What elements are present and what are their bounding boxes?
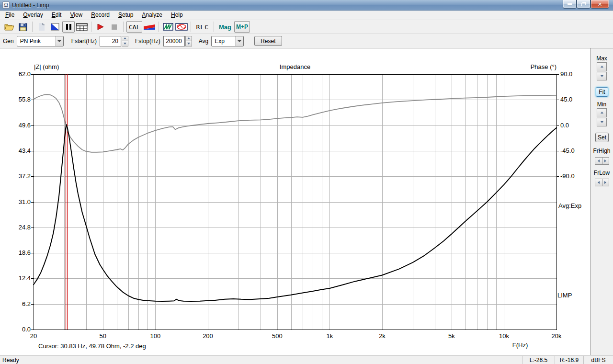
menu-bar: File Overlay Edit View Record Setup Anal… <box>0 11 613 20</box>
chart-plot[interactable] <box>0 48 590 355</box>
level-right-readout: R:-16.9 <box>555 356 583 364</box>
chart-title: Impedance <box>259 63 331 70</box>
averaging-value: Exp <box>212 38 235 45</box>
spin-down-icon[interactable] <box>597 72 607 81</box>
minimize-button[interactable] <box>563 0 577 9</box>
menu-analyze[interactable]: Analyze <box>137 11 167 20</box>
spin-up-icon[interactable] <box>597 62 607 71</box>
open-file-icon <box>4 23 15 31</box>
magnitude-view-button[interactable]: Mag <box>217 21 233 33</box>
limp-watermark: LIMP <box>557 291 563 299</box>
sine-generator-button[interactable] <box>175 21 188 33</box>
window-title: Untitled - Limp <box>12 2 49 9</box>
fit-button[interactable]: Fit <box>596 87 608 97</box>
axis-tick-label: 2k <box>370 332 394 340</box>
reset-button[interactable]: Reset <box>254 36 282 46</box>
status-message: Ready <box>0 357 522 364</box>
axis-tick-label: 90.0 <box>560 70 583 78</box>
toolbar: CAL RLC Mag M+P <box>0 20 613 34</box>
axis-tick-label: 500 <box>265 332 289 340</box>
generator-setup-button[interactable] <box>143 21 156 33</box>
level-left-readout: L:-26.5 <box>522 356 555 364</box>
stop-record-icon <box>112 24 117 30</box>
axis-tick-label: 37.2 <box>11 172 31 180</box>
new-document-button[interactable] <box>35 21 48 33</box>
new-document-icon <box>38 23 45 31</box>
toolbar-separator <box>191 22 191 32</box>
menu-file[interactable]: File <box>1 11 19 20</box>
generator-type-dropdown[interactable]: PN Pink <box>17 36 64 46</box>
toolbar-separator <box>214 22 214 32</box>
axis-tick-label: 1k <box>318 332 341 340</box>
play-record-button[interactable] <box>94 21 107 33</box>
stop-record-button[interactable] <box>108 21 120 33</box>
restore-icon <box>581 3 585 6</box>
averaging-indicator: Avg:Exp <box>558 202 581 209</box>
restore-button[interactable] <box>577 0 590 9</box>
menu-help[interactable]: Help <box>167 11 187 20</box>
spin-up-icon[interactable] <box>122 36 128 42</box>
calibrate-button[interactable]: CAL <box>126 21 142 33</box>
toolbar-separator <box>32 22 33 32</box>
right-axis-title: Phase (°) <box>508 63 556 70</box>
pause-icon <box>66 24 71 30</box>
fstart-spinner[interactable] <box>122 36 128 46</box>
toolbar-separator <box>91 22 91 32</box>
background-toggle-button[interactable] <box>49 21 61 33</box>
generator-type-value: PN Pink <box>17 38 55 45</box>
cursor-readout: Cursor: 30.83 Hz, 49.78 Ohm, -2.2 deg <box>38 342 146 350</box>
fstop-input[interactable] <box>163 36 185 46</box>
frhigh-spinner[interactable] <box>595 157 609 165</box>
spin-up-icon[interactable] <box>185 36 192 42</box>
minimize-icon <box>568 3 572 5</box>
axis-tick-label: 18.6 <box>11 249 31 256</box>
sine-oscillator-icon <box>175 23 188 31</box>
menu-view[interactable]: View <box>66 11 87 20</box>
close-button[interactable]: ✕ <box>590 0 609 9</box>
menu-overlay[interactable]: Overlay <box>19 11 47 20</box>
min-spinner[interactable] <box>597 108 607 126</box>
data-table-button[interactable] <box>76 21 88 33</box>
app-omega-icon: Ω <box>2 1 10 9</box>
set-button[interactable]: Set <box>595 133 609 142</box>
axis-tick-label: 6.2 <box>11 300 31 307</box>
spin-down-icon[interactable] <box>185 41 192 46</box>
axis-tick-label: 31.0 <box>11 198 31 205</box>
axis-tick-label: 10k <box>492 332 516 340</box>
fstop-spinner[interactable] <box>185 36 192 46</box>
spin-right-icon[interactable] <box>602 157 610 165</box>
axis-tick-label: 5k <box>440 332 464 340</box>
spin-right-icon[interactable] <box>602 179 610 186</box>
generator-flag-icon <box>143 23 156 30</box>
spin-left-icon[interactable] <box>595 157 602 165</box>
menu-record[interactable]: Record <box>87 11 114 20</box>
axis-tick-label: 0.0 <box>11 326 31 333</box>
rlc-meter-button[interactable]: RLC <box>194 21 210 33</box>
axis-tick-label: 200 <box>196 332 220 340</box>
limp-window: Ω Untitled - Limp ✕ File Overlay Edit Vi… <box>0 0 613 364</box>
save-button[interactable] <box>17 21 29 33</box>
open-file-button[interactable] <box>3 21 16 33</box>
spin-down-icon[interactable] <box>597 118 607 127</box>
pause-button[interactable] <box>62 21 75 33</box>
frlow-spinner[interactable] <box>595 179 609 186</box>
x-axis-title: F(Hz) <box>506 341 534 349</box>
magnitude-phase-view-button[interactable]: M+P <box>234 21 250 33</box>
gen-label: Gen <box>3 38 14 45</box>
impedance-chart[interactable]: |Z| (ohm) Impedance Phase (°) F(Hz) Avg:… <box>0 48 590 355</box>
max-spinner[interactable] <box>597 62 607 80</box>
play-record-icon <box>97 23 104 31</box>
background-toggle-icon <box>51 23 59 31</box>
spin-down-icon[interactable] <box>122 41 128 46</box>
spectrum-mode-button[interactable] <box>162 21 174 33</box>
menu-edit[interactable]: Edit <box>47 11 66 20</box>
menu-setup[interactable]: Setup <box>114 11 137 20</box>
level-units: dBFS <box>583 356 613 364</box>
axis-tick-label: -90.0 <box>560 172 583 180</box>
averaging-dropdown[interactable]: Exp <box>211 36 244 46</box>
avg-label: Avg <box>199 38 208 45</box>
spin-left-icon[interactable] <box>595 179 602 186</box>
data-table-icon <box>76 23 88 31</box>
spin-up-icon[interactable] <box>597 108 607 117</box>
fstart-input[interactable] <box>100 36 121 46</box>
